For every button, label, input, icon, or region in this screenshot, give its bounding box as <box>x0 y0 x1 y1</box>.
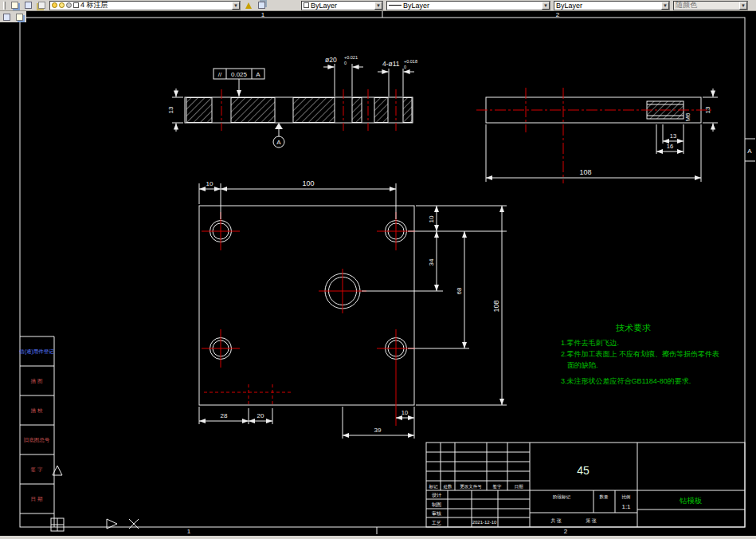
technical-requirements: 技术要求 1.零件去毛刺飞边. 2.零件加工表面上 不应有划痕、擦伤等损伤零件表… <box>561 323 719 385</box>
current-lineweight: ByLayer <box>556 2 582 10</box>
register-label-oldno: 旧底图总号 <box>24 437 50 443</box>
drawing-svg[interactable]: 1 2 1 2 A 借(通)用件登记 描 图 描 校 旧底图总号 <box>0 11 756 536</box>
dim-dia20: ø20 <box>325 56 337 64</box>
dim-corner-holes: 4-ø11 +0.018 0 <box>378 59 417 96</box>
layer-states-icon[interactable] <box>36 1 48 10</box>
undo-layer-icon <box>258 2 265 9</box>
rev-header-mark: 标记 <box>429 484 439 490</box>
tech-req-line2: 2.零件加工表面上 不应有划痕、擦伤等损伤零件表 <box>561 350 719 358</box>
dim-hole-span: 100 <box>302 179 314 187</box>
plotstyle-dropdown-arrow-icon: ▼ <box>739 2 747 10</box>
section-view: 13 // 0.025 A ø20 +0.021 0 <box>167 55 417 148</box>
sheet-frame <box>20 11 755 534</box>
plotstyle-combobox: 随颜色 ▼ <box>673 1 748 10</box>
dim-thread-depth: 13 <box>670 132 676 140</box>
fcf-symbol: // <box>218 71 222 78</box>
linetype-dropdown-arrow-icon[interactable]: ▼ <box>542 2 550 10</box>
tech-req-line4: 3.未注形状公差应符合GB1184-80的要求. <box>561 377 691 385</box>
rev-header-docno: 更改文件号 <box>460 484 482 489</box>
layer-combobox[interactable]: 4 标注层 ▼ <box>49 1 241 10</box>
hidden-lines <box>204 384 293 407</box>
sheet-icon <box>3 14 10 21</box>
scale-label: 比例 <box>622 494 631 500</box>
layer-state-icon <box>38 2 45 9</box>
plate-holes <box>210 221 407 360</box>
sheet-total: 共 张 <box>550 518 562 524</box>
dim-side-thickness: 13 <box>704 106 711 113</box>
tech-req-line1: 1.零件去毛刺飞边. <box>561 339 619 347</box>
register-label-trace: 描 图 <box>31 378 43 384</box>
current-layer-name: 4 标注层 <box>80 1 108 10</box>
layer-color-swatch <box>73 2 79 8</box>
rev-header-count: 处数 <box>444 484 453 490</box>
linetype-preview <box>389 5 402 6</box>
layers-icon[interactable] <box>22 1 34 10</box>
dock-icon-1[interactable] <box>1 12 13 22</box>
layer-previous-icon[interactable] <box>256 1 268 10</box>
role-process: 工艺 <box>432 520 441 525</box>
toolbar-grip[interactable] <box>3 2 6 10</box>
dock-icon-2[interactable] <box>14 12 25 22</box>
current-linetype-name: ByLayer <box>403 2 429 10</box>
register-label-reuse: 借(通)用件登记 <box>19 348 54 355</box>
fcf-datum-ref: A <box>256 71 260 78</box>
dim-bottom-28: 28 <box>221 412 228 419</box>
layer-sheet-icon <box>25 2 32 9</box>
current-plotstyle: 随颜色 <box>676 1 697 10</box>
scale-value: 1:1 <box>621 503 631 510</box>
layer-freeze-sun-icon[interactable] <box>59 2 65 8</box>
ucs-icon <box>51 518 117 531</box>
layer-lock-icon[interactable] <box>66 2 72 8</box>
side-view: 13 M6 13 16 108 <box>476 88 718 183</box>
zone-top-2: 2 <box>556 11 560 18</box>
dim-dia11-sub: 0 <box>404 65 406 69</box>
datum-a-flag: A <box>273 123 284 148</box>
layer-properties-manager-icon[interactable] <box>9 1 21 10</box>
role-draw: 制图 <box>432 502 441 508</box>
dim-dia20-sup: +0.021 <box>344 55 358 60</box>
object-properties-toolbar: 4 标注层 ▼ ByLayer ▼ ByLayer ▼ ByLayer ▼ 随颜… <box>0 0 756 11</box>
thread-callout-m6: M6 <box>684 112 691 122</box>
tech-req-line3: 面的缺陷. <box>567 361 598 369</box>
plan-view: 10 100 10 34 68 108 <box>199 179 507 439</box>
zone-bottom-1: 1 <box>187 528 191 535</box>
drawing-canvas[interactable]: 1 2 1 2 A 借(通)用件登记 描 图 描 校 旧底图总号 <box>0 11 756 536</box>
lineweight-combobox[interactable]: ByLayer ▼ <box>554 1 670 10</box>
dim-dia11-sup: +0.018 <box>404 59 417 64</box>
window-bottom-edge <box>0 536 756 539</box>
dim-section-thickness: 13 <box>167 106 174 113</box>
fcf-tolerance: 0.025 <box>231 71 248 78</box>
layer-on-bulb-icon[interactable] <box>52 2 57 8</box>
register-label-check: 描 校 <box>31 407 43 414</box>
lineweight-dropdown-arrow-icon[interactable]: ▼ <box>661 2 669 10</box>
datum-a-label: A <box>276 139 281 146</box>
zone-labels: 1 2 1 2 A <box>187 11 753 535</box>
dim-side-width: 108 <box>579 168 591 176</box>
sheet-number: 第 张 <box>586 518 597 524</box>
layers-stack-icon <box>11 2 18 9</box>
cad-window: 4 标注层 ▼ ByLayer ▼ ByLayer ▼ ByLayer ▼ 随颜… <box>0 0 756 539</box>
layer-dropdown-arrow-icon[interactable]: ▼ <box>232 2 240 10</box>
dim-plate-height: 108 <box>492 300 500 312</box>
dim-bottom-20: 20 <box>257 412 264 419</box>
make-object-layer-current-icon[interactable] <box>242 1 254 10</box>
register-label-date: 日 期 <box>31 496 43 502</box>
rev-header-date: 日期 <box>515 484 524 490</box>
dim-dia20-sub: 0 <box>344 61 347 65</box>
yellow-arrow-icon <box>245 2 252 9</box>
dim-bottom-39: 39 <box>374 427 382 434</box>
register-label-sign: 签 字 <box>31 466 43 472</box>
dim-center-offset: 34 <box>428 258 435 266</box>
current-color-name: ByLayer <box>311 2 337 10</box>
dim-right-offset: 10 <box>428 215 435 222</box>
rev-header-sign: 签字 <box>493 484 503 490</box>
linetype-combobox[interactable]: ByLayer ▼ <box>386 1 550 10</box>
role-check: 审核 <box>432 510 441 516</box>
dim-dia11: 4-ø11 <box>382 60 400 68</box>
dim-vert-span: 68 <box>456 287 463 294</box>
part-name: 钻模板 <box>680 496 703 505</box>
color-dropdown-arrow-icon[interactable]: ▼ <box>374 2 382 10</box>
tech-req-title: 技术要求 <box>616 323 651 332</box>
dim-top-offset: 10 <box>206 180 213 187</box>
color-combobox[interactable]: ByLayer ▼ <box>301 1 383 10</box>
